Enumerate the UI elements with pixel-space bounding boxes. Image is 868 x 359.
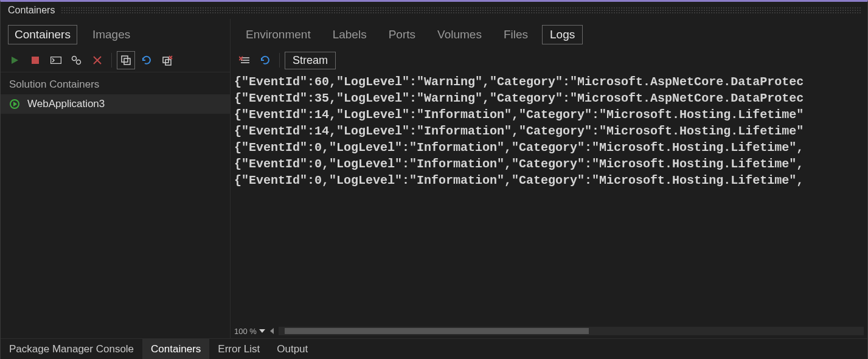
horizontal-scrollbar[interactable]: [279, 327, 864, 335]
tab-logs[interactable]: Logs: [542, 25, 583, 44]
show-all-containers-button[interactable]: [117, 51, 135, 69]
refresh-icon: [141, 55, 152, 66]
zoom-value: 100 %: [234, 327, 257, 336]
refresh-button[interactable]: [137, 51, 156, 69]
tab-volumes[interactable]: Volumes: [429, 25, 490, 44]
panel-title: Containers: [8, 5, 55, 16]
svg-marker-14: [13, 102, 17, 106]
settings-button[interactable]: [68, 51, 86, 69]
tab-ports[interactable]: Ports: [381, 25, 423, 44]
scroll-left-icon[interactable]: [269, 327, 275, 335]
tab-containers-window[interactable]: Containers: [142, 339, 209, 359]
refresh-logs-button[interactable]: [256, 51, 274, 69]
prune-icon: [162, 55, 173, 66]
stack-icon: [120, 55, 131, 66]
svg-point-4: [77, 60, 81, 64]
stream-toggle[interactable]: Stream: [285, 52, 336, 69]
log-line: {"EventId":35,"LogLevel":"Warning","Cate…: [234, 91, 804, 105]
svg-rect-7: [122, 56, 128, 62]
toolbar-separator: [279, 53, 280, 68]
tab-images[interactable]: Images: [86, 25, 137, 44]
tab-files[interactable]: Files: [496, 25, 536, 44]
svg-rect-2: [51, 57, 61, 63]
tab-labels[interactable]: Labels: [325, 25, 375, 44]
terminal-button[interactable]: [47, 51, 65, 69]
tab-error-list[interactable]: Error List: [209, 339, 268, 359]
running-icon: [9, 99, 20, 110]
tab-containers[interactable]: Containers: [8, 25, 77, 44]
detail-tabs: Environment Labels Ports Volumes Files L…: [231, 19, 867, 48]
details-pane: Environment Labels Ports Volumes Files L…: [231, 19, 867, 338]
tab-environment[interactable]: Environment: [238, 25, 319, 44]
wrap-icon: [239, 56, 250, 64]
svg-point-3: [72, 56, 77, 60]
log-output[interactable]: {"EventId":60,"LogLevel":"Warning","Cate…: [231, 72, 867, 325]
log-line: {"EventId":0,"LogLevel":"Information","C…: [234, 141, 804, 155]
prune-button[interactable]: [158, 51, 176, 69]
remove-container-button[interactable]: [88, 51, 106, 69]
tab-package-manager-console[interactable]: Package Manager Console: [1, 339, 142, 359]
stop-icon: [32, 57, 39, 64]
log-line: {"EventId":14,"LogLevel":"Information","…: [234, 108, 804, 122]
panel-title-bar: Containers: [1, 2, 867, 19]
delete-icon: [93, 56, 102, 64]
log-line: {"EventId":0,"LogLevel":"Information","C…: [234, 157, 804, 171]
container-item[interactable]: WebApplication3: [1, 94, 230, 114]
svg-marker-21: [270, 328, 274, 334]
gear-icon: [71, 55, 82, 65]
panel-grip[interactable]: [61, 7, 861, 14]
start-container-button[interactable]: [5, 51, 24, 69]
svg-marker-20: [259, 329, 265, 333]
tab-output[interactable]: Output: [268, 339, 316, 359]
container-list: WebApplication3: [1, 94, 230, 338]
toolbar-separator: [111, 53, 112, 68]
play-icon: [10, 56, 19, 64]
refresh-icon: [260, 55, 271, 66]
tool-window-tabs: Package Manager Console Containers Error…: [1, 338, 867, 359]
sidebar-toolbar: [1, 48, 230, 72]
logs-toolbar: Stream: [231, 48, 867, 72]
svg-rect-1: [32, 57, 39, 64]
clear-logs-button[interactable]: [235, 51, 254, 69]
containers-sidebar: Containers Images: [1, 19, 231, 338]
sidebar-tabs: Containers Images: [1, 19, 230, 48]
log-line: {"EventId":60,"LogLevel":"Warning","Cate…: [234, 75, 804, 89]
log-line: {"EventId":0,"LogLevel":"Information","C…: [234, 173, 804, 187]
scrollbar-thumb[interactable]: [285, 328, 589, 334]
zoom-bar: 100 %: [231, 325, 867, 338]
sidebar-section-heading: Solution Containers: [1, 72, 230, 94]
chevron-down-icon: [259, 329, 265, 333]
container-name: WebApplication3: [27, 98, 105, 110]
zoom-dropdown[interactable]: 100 %: [234, 327, 265, 336]
stop-container-button[interactable]: [26, 51, 44, 69]
svg-rect-8: [124, 58, 130, 64]
terminal-icon: [50, 57, 61, 64]
log-line: {"EventId":14,"LogLevel":"Information","…: [234, 124, 804, 138]
svg-marker-0: [12, 57, 18, 64]
